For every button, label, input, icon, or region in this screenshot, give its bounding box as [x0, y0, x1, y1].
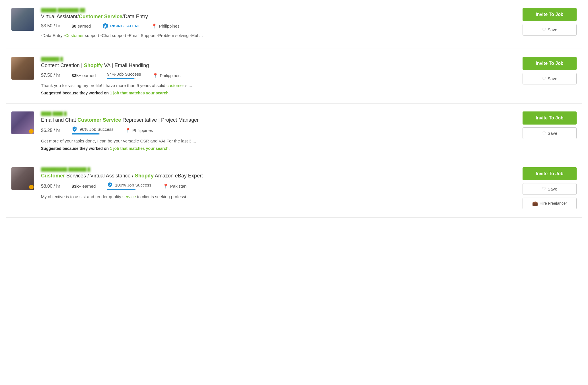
freelancer-rate: $6.25 / hr [41, 128, 60, 133]
invite-to-job-button[interactable]: Invite To Job [523, 167, 577, 180]
hire-freelancer-button[interactable]: 💼Hire Freelancer [523, 198, 577, 209]
freelancer-rate: $8.00 / hr [41, 184, 60, 189]
hire-label: Hire Freelancer [540, 201, 567, 206]
freelancer-description: My objective is to assist and render qua… [41, 194, 511, 200]
freelancer-title[interactable]: Email and Chat Customer Service Represen… [41, 117, 511, 123]
freelancer-card-1: ██████ ████████ ██Virtual Assistant/Cust… [6, 0, 582, 49]
invite-to-job-button[interactable]: Invite To Job [523, 8, 577, 21]
invite-to-job-button[interactable]: Invite To Job [523, 57, 577, 70]
freelancer-card-3: ████ ████ █Email and Chat Customer Servi… [6, 104, 582, 159]
card-content: ███████ █Content Creation | Shopify VA |… [41, 57, 511, 95]
save-label: Save [548, 76, 557, 81]
save-button[interactable]: ♡Save [523, 24, 577, 36]
freelancer-earned: $3k+ earned [72, 184, 96, 189]
freelancer-title[interactable]: Customer Services / Virtual Assistance /… [41, 173, 511, 179]
location-pin-icon: 📍 [125, 128, 131, 133]
location-pin-icon: 📍 [153, 73, 158, 78]
job-success: 94% Job Success [107, 72, 141, 76]
location-text: Pakistan [170, 184, 187, 189]
freelancer-location: 📍Pakistan [163, 183, 187, 189]
save-label: Save [548, 131, 557, 136]
freelancer-description: Get more of your tasks done, I can be yo… [41, 138, 511, 144]
freelancer-title[interactable]: Virtual Assistant/Customer Service/Data … [41, 13, 511, 20]
gold-badge-icon [29, 185, 34, 189]
heart-icon: ♡ [542, 186, 546, 192]
freelancer-meta: $8.00 / hr$3k+ earned100% Job Success📍Pa… [41, 182, 511, 190]
freelancer-location: 📍Philippines [151, 23, 180, 29]
save-label: Save [548, 27, 557, 32]
suggested-link[interactable]: 1 job that matches your search. [110, 146, 170, 151]
card-actions: Invite To Job♡Save [520, 8, 577, 36]
freelancer-name[interactable]: ██████ ████████ ██ [41, 8, 511, 12]
freelancer-card-4: ██████████ ███████ █Customer Services / … [6, 159, 582, 218]
freelancer-name[interactable]: ██████████ ███████ █ [41, 167, 511, 171]
briefcase-icon: 💼 [532, 201, 538, 206]
job-success-wrapper: 100% Job Success [107, 182, 151, 190]
freelancer-earned: $0 earned [72, 24, 91, 28]
job-success-bar [72, 133, 100, 134]
job-success: 96% Job Success [72, 126, 114, 132]
freelancer-location: 📍Philippines [125, 128, 153, 133]
location-text: Philippines [159, 24, 180, 28]
freelancer-description: -Data Entry -Customer support -Chat supp… [41, 32, 511, 39]
suggested-text: Suggested because they worked on 1 job t… [41, 146, 511, 151]
freelancer-name[interactable]: ████ ████ █ [41, 111, 511, 116]
suggested-text: Suggested because they worked on 1 job t… [41, 91, 511, 95]
freelancer-meta: $3.50 / hr$0 earnedRISING TALENT📍Philipp… [41, 23, 511, 29]
avatar [11, 8, 34, 31]
avatar [11, 111, 34, 134]
job-success-bar [107, 189, 135, 190]
job-success-bar [107, 78, 135, 79]
card-content: ██████ ████████ ██Virtual Assistant/Cust… [41, 8, 511, 41]
location-pin-icon: 📍 [151, 23, 157, 29]
card-actions: Invite To Job♡Save [520, 57, 577, 84]
location-pin-icon: 📍 [163, 183, 168, 189]
gold-badge-icon [29, 129, 34, 134]
card-content: ██████████ ███████ █Customer Services / … [41, 167, 511, 202]
save-button[interactable]: ♡Save [523, 183, 577, 195]
avatar [11, 167, 34, 190]
card-actions: Invite To Job♡Save💼Hire Freelancer [520, 167, 577, 209]
avatar [11, 57, 34, 80]
freelancer-title[interactable]: Content Creation | Shopify VA | Email Ha… [41, 62, 511, 69]
freelancer-meta: $7.50 / hr$3k+ earned94% Job Success📍Phi… [41, 72, 511, 79]
save-label: Save [548, 187, 557, 191]
job-success-wrapper: 96% Job Success [72, 126, 114, 134]
card-actions: Invite To Job♡Save [520, 111, 577, 139]
freelancer-location: 📍Philippines [153, 73, 181, 78]
job-success-wrapper: 94% Job Success [107, 72, 141, 79]
location-text: Philippines [160, 73, 181, 78]
freelancer-name[interactable]: ███████ █ [41, 57, 511, 61]
freelancer-list: ██████ ████████ ██Virtual Assistant/Cust… [0, 0, 588, 218]
rising-talent-badge: RISING TALENT [102, 23, 140, 29]
freelancer-meta: $6.25 / hr96% Job Success📍Philippines [41, 126, 511, 134]
save-button[interactable]: ♡Save [523, 127, 577, 139]
freelancer-earned: $3k+ earned [72, 73, 96, 78]
save-button[interactable]: ♡Save [523, 73, 577, 84]
freelancer-rate: $7.50 / hr [41, 73, 60, 78]
card-content: ████ ████ █Email and Chat Customer Servi… [41, 111, 511, 151]
freelancer-card-2: ███████ █Content Creation | Shopify VA |… [6, 49, 582, 104]
freelancer-description: Thank you for visiting my profile! I hav… [41, 82, 511, 89]
job-success: 100% Job Success [107, 182, 151, 188]
heart-icon: ♡ [542, 27, 546, 32]
heart-icon: ♡ [542, 76, 546, 81]
suggested-link[interactable]: 1 job that matches your search. [110, 91, 170, 95]
heart-icon: ♡ [542, 131, 546, 136]
invite-to-job-button[interactable]: Invite To Job [523, 111, 577, 125]
freelancer-rate: $3.50 / hr [41, 23, 60, 28]
location-text: Philippines [132, 128, 153, 133]
